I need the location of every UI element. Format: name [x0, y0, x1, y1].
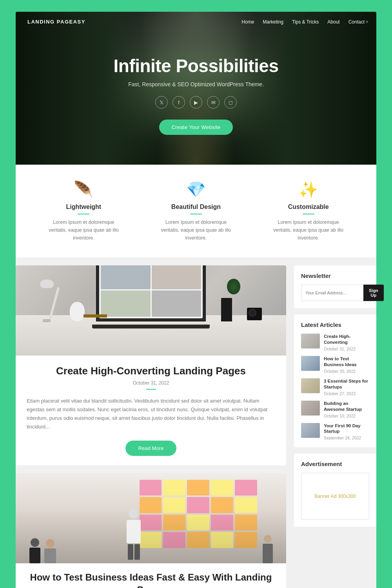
nav-contact[interactable]: Contact: [348, 19, 365, 25]
article-list: Create High-Converting October 31, 2022 …: [301, 334, 369, 440]
article-thumb-5: [301, 423, 320, 438]
article-info-1: Create High-Converting October 31, 2022: [324, 334, 369, 351]
nav-marketing[interactable]: Marketing: [263, 19, 283, 25]
page-wrapper: LANDING PAGEASY Home Marketing Tips & Tr…: [16, 12, 376, 588]
head: [264, 535, 272, 543]
newsletter-form: Sign Up: [301, 285, 369, 301]
navigation: LANDING PAGEASY Home Marketing Tips & Tr…: [16, 12, 376, 32]
feature-underline-2: [190, 214, 202, 214]
post-body-1: Create High-Converting Landing Pages Oct…: [16, 356, 286, 465]
sidebar: Newsletter Sign Up Latest Articles Creat…: [294, 265, 376, 588]
post-excerpt-1: Etiam placerat velit vitae dui blandit s…: [27, 397, 275, 431]
feather-icon: 🪶: [44, 180, 123, 199]
seated-people: [29, 538, 56, 563]
article-info-5: Your First 90 Day Startup September 24, …: [324, 423, 369, 441]
twitter-icon[interactable]: 𝕏: [155, 96, 168, 109]
lamp-base: [43, 319, 51, 322]
person-seated-1: [29, 538, 40, 563]
email-icon[interactable]: ✉: [207, 96, 220, 109]
plant-container: [221, 298, 232, 321]
hero-subtitle: Fast, Responsive & SEO Optimized WordPre…: [16, 81, 376, 87]
signup-button[interactable]: Sign Up: [363, 285, 384, 301]
features-section: 🪶 Lightweight Lorem Ipsum et doloremque …: [16, 165, 376, 258]
feature-beautiful-desc: Lorem Ipsum et doloremque veritatis, eaq…: [157, 218, 235, 242]
article-thumb-3: [301, 378, 320, 393]
screen-tile-3: [101, 290, 151, 317]
facebook-icon[interactable]: f: [172, 96, 185, 109]
advertisement-widget: Advertisement Banner Ad 300x300: [294, 454, 376, 527]
feature-lightweight: 🪶 Lightweight Lorem Ipsum et doloremque …: [44, 180, 123, 242]
blog-posts: Create High-Converting Landing Pages Oct…: [16, 265, 286, 588]
article-date-5: September 24, 2022: [324, 436, 369, 440]
wand-icon: ✨: [269, 180, 348, 199]
latest-articles-title: Latest Articles: [301, 321, 369, 328]
article-date-4: October 10, 2022: [324, 414, 369, 418]
leg-left: [128, 544, 133, 560]
nav-links: Home Marketing Tips & Tricks About Conta…: [241, 19, 365, 25]
person-head: [129, 508, 139, 519]
desk-scene: [16, 265, 286, 356]
hero-section: LANDING PAGEASY Home Marketing Tips & Tr…: [16, 12, 376, 165]
article-title-4: Building an Awesome Startup: [324, 401, 369, 412]
feature-beautiful-title: Beautiful Design: [157, 203, 235, 211]
article-title-3: 3 Essential Steps for Startups: [324, 378, 369, 390]
person-body: [127, 520, 141, 543]
article-info-4: Building an Awesome Startup October 10, …: [324, 401, 369, 418]
body: [29, 548, 40, 563]
article-title-2: How to Test Business Ideas: [324, 356, 369, 368]
person-right: [263, 535, 273, 563]
email-input[interactable]: [301, 285, 363, 301]
post-card-2: How to Test Business Ideas Fast & Easy W…: [16, 473, 286, 588]
article-item-3[interactable]: 3 Essential Steps for Startups October 2…: [301, 378, 369, 396]
article-item-4[interactable]: Building an Awesome Startup October 10, …: [301, 401, 369, 418]
article-date-2: October 30, 2022: [324, 369, 369, 374]
article-thumb-2: [301, 356, 320, 371]
advertisement-title: Advertisement: [301, 461, 369, 467]
post-title-2: How to Test Business Ideas Fast & Easy W…: [16, 563, 286, 588]
nav-home[interactable]: Home: [241, 19, 254, 25]
laptop-screen-body: [96, 265, 206, 321]
nav-tips[interactable]: Tips & Tricks: [292, 19, 319, 25]
smart-speaker: [70, 302, 85, 321]
feature-customizable-desc: Lorem Ipsum et doloremque veritatis, eaq…: [269, 218, 348, 242]
newsletter-title: Newsletter: [301, 272, 369, 279]
hero-content: Infinite Possibilities Fast, Responsive …: [16, 32, 376, 135]
post-date-underline: [146, 389, 156, 390]
article-thumb-1: [301, 334, 320, 348]
instagram-icon[interactable]: ◻: [224, 96, 237, 109]
article-title-5: Your First 90 Day Startup: [324, 423, 369, 435]
feature-underline-3: [303, 214, 314, 214]
read-more-button-1[interactable]: Read More: [125, 441, 176, 456]
article-item-1[interactable]: Create High-Converting October 31, 2022: [301, 334, 369, 351]
article-item-2[interactable]: How to Test Business Ideas October 30, 2…: [301, 356, 369, 374]
article-info-3: 3 Essential Steps for Startups October 2…: [324, 378, 369, 396]
person-legs: [124, 544, 143, 560]
post-title-1: Create High-Converting Landing Pages: [27, 365, 275, 377]
plant-leaves: [227, 279, 240, 294]
feature-lightweight-title: Lightweight: [44, 203, 123, 211]
person-seated-2: [44, 539, 56, 563]
feature-beautiful: 💎 Beautiful Design Lorem Ipsum et dolore…: [157, 180, 235, 242]
main-content: Create High-Converting Landing Pages Oct…: [16, 258, 376, 588]
create-website-button[interactable]: Create Your Website: [159, 120, 233, 135]
ad-banner: Banner Ad 300x300: [301, 473, 369, 520]
body: [44, 548, 56, 563]
feature-lightweight-desc: Lorem Ipsum et doloremque veritatis, eaq…: [44, 218, 123, 242]
head: [46, 539, 54, 548]
leg-right: [134, 544, 140, 560]
article-date-1: October 31, 2022: [324, 347, 369, 351]
site-logo: LANDING PAGEASY: [27, 19, 85, 25]
hero-title: Infinite Possibilities: [16, 55, 376, 76]
post-card-1: Create High-Converting Landing Pages Oct…: [16, 265, 286, 465]
diamond-icon: 💎: [157, 180, 235, 199]
laptop-base: [92, 325, 210, 328]
meeting-overlay: [16, 473, 286, 563]
article-date-3: October 27, 2022: [324, 391, 369, 396]
article-item-5[interactable]: Your First 90 Day Startup September 24, …: [301, 423, 369, 441]
screen-tile-1: [101, 265, 151, 289]
nav-about[interactable]: About: [327, 19, 339, 25]
youtube-icon[interactable]: ▶: [190, 96, 202, 109]
screen-tile-2: [152, 265, 201, 289]
notebook: [83, 314, 107, 318]
laptop-screen-display: [99, 265, 203, 318]
